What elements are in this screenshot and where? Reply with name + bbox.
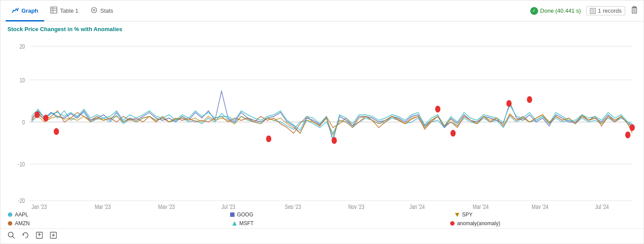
stats-tab-label: Stats xyxy=(100,7,113,14)
done-label: Done (40.441 s) xyxy=(540,7,581,14)
svg-point-36 xyxy=(43,115,49,121)
svg-point-52 xyxy=(8,232,13,237)
status-area: ✓ Done (40.441 s) 1 records xyxy=(530,6,638,16)
refresh-button[interactable] xyxy=(21,231,29,241)
bottom-toolbar xyxy=(0,228,644,244)
records-label: 1 records xyxy=(598,7,622,14)
svg-text:May '24: May '24 xyxy=(532,204,548,209)
svg-point-37 xyxy=(54,128,59,135)
svg-marker-50 xyxy=(232,221,237,226)
svg-text:Mar '23: Mar '23 xyxy=(95,204,111,209)
svg-point-5 xyxy=(93,9,95,11)
svg-text:Jul '24: Jul '24 xyxy=(595,204,609,209)
svg-point-4 xyxy=(91,7,97,13)
table1-tab-label: Table 1 xyxy=(60,7,78,14)
legend-spy-label: SPY xyxy=(462,212,472,218)
svg-point-45 xyxy=(630,124,635,131)
main-container: Graph Table 1 Stats ✓ Done (40.441 s) 1 … xyxy=(0,0,644,244)
svg-text:20: 20 xyxy=(20,43,25,50)
svg-point-46 xyxy=(8,212,12,217)
graph-tab-icon xyxy=(12,7,19,15)
legend-goog-label: GOOG xyxy=(237,212,253,218)
legend-anomaly-label: anomaly(anomaly) xyxy=(457,220,500,226)
tab-table1[interactable]: Table 1 xyxy=(44,1,84,21)
svg-text:Jan '23: Jan '23 xyxy=(32,204,47,209)
records-badge: 1 records xyxy=(586,6,625,15)
svg-point-41 xyxy=(451,130,456,136)
legend-aapl-label: AAPL xyxy=(15,212,28,218)
legend-amzn-label: AMZN xyxy=(15,220,30,226)
done-badge: ✓ Done (40.441 s) xyxy=(530,7,581,15)
download-button[interactable] xyxy=(49,231,57,241)
legend-amzn: AMZN xyxy=(7,220,30,226)
svg-point-39 xyxy=(332,137,337,144)
svg-text:0: 0 xyxy=(22,119,25,126)
chart-area: 20 10 0 -10 -20 Jan '23 Mar '23 May '23 … xyxy=(7,35,637,209)
svg-text:Sep '23: Sep '23 xyxy=(285,204,301,209)
legend-goog: GOOG xyxy=(230,212,253,218)
svg-line-53 xyxy=(13,237,15,239)
svg-point-51 xyxy=(450,221,455,226)
tab-bar: Graph Table 1 Stats ✓ Done (40.441 s) 1 … xyxy=(0,0,644,21)
svg-text:Jul '23: Jul '23 xyxy=(221,204,235,209)
tab-graph[interactable]: Graph xyxy=(6,1,44,21)
svg-text:Jan '24: Jan '24 xyxy=(410,204,425,209)
svg-text:10: 10 xyxy=(20,77,25,84)
svg-point-44 xyxy=(625,131,630,138)
main-chart-svg: 20 10 0 -10 -20 Jan '23 Mar '23 May '23 … xyxy=(7,35,637,209)
svg-point-38 xyxy=(266,135,271,142)
graph-tab-label: Graph xyxy=(21,7,38,14)
legend-anomaly: anomaly(anomaly) xyxy=(450,220,500,226)
svg-point-42 xyxy=(506,100,511,107)
chart-container: Stock Price Changest in % with Anomalies… xyxy=(0,21,644,209)
svg-text:-10: -10 xyxy=(18,161,25,168)
table-tab-icon xyxy=(50,7,57,15)
legend-aapl: AAPL xyxy=(7,212,28,218)
svg-point-40 xyxy=(435,106,441,112)
svg-text:May '23: May '23 xyxy=(158,204,175,209)
svg-text:-20: -20 xyxy=(18,198,25,205)
svg-text:Nov '23: Nov '23 xyxy=(348,204,364,209)
chart-title: Stock Price Changest in % with Anomalies xyxy=(7,26,637,32)
svg-point-35 xyxy=(35,111,40,118)
svg-text:Mar '24: Mar '24 xyxy=(473,204,489,209)
svg-marker-54 xyxy=(23,234,24,236)
search-button[interactable] xyxy=(7,231,15,241)
legend: AAPL GOOG SPY AMZN MSFT anomaly(anomaly) xyxy=(0,209,644,228)
done-icon: ✓ xyxy=(530,7,538,15)
svg-point-49 xyxy=(8,221,12,226)
svg-rect-0 xyxy=(51,7,57,13)
svg-point-43 xyxy=(527,96,532,103)
svg-rect-47 xyxy=(230,212,234,217)
legend-spy: SPY xyxy=(455,212,472,218)
svg-marker-48 xyxy=(455,213,459,217)
tab-stats[interactable]: Stats xyxy=(84,1,119,21)
legend-msft-label: MSFT xyxy=(239,220,254,226)
records-icon xyxy=(590,8,596,14)
legend-msft: MSFT xyxy=(232,220,254,226)
export-button[interactable] xyxy=(35,231,43,241)
clipboard-button[interactable] xyxy=(630,6,638,16)
stats-tab-icon xyxy=(91,7,98,15)
